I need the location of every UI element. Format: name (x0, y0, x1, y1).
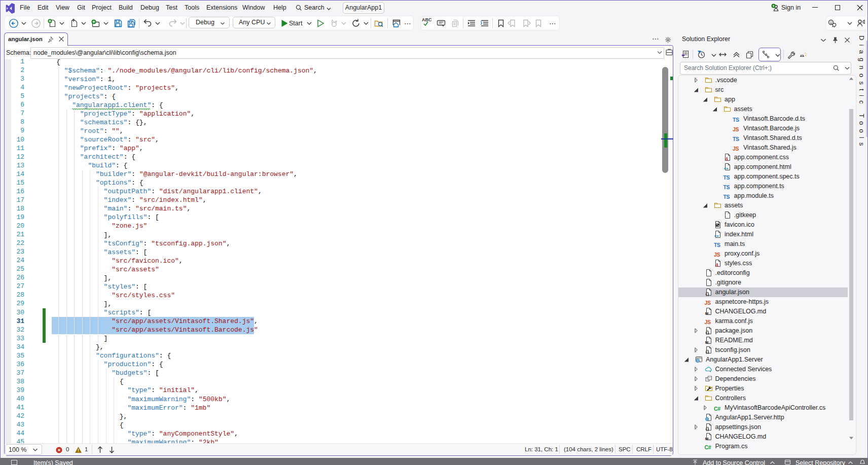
svg-text:«»: «» (714, 234, 719, 238)
svg-text:«»: «» (724, 166, 728, 171)
svg-text:{}: {} (705, 330, 709, 335)
svg-text:A: A (715, 263, 718, 267)
svg-text:{}: {} (705, 426, 709, 431)
svg-text:{}: {} (705, 349, 709, 354)
svg-text:M↓: M↓ (705, 340, 710, 344)
svg-text:M↓: M↓ (705, 437, 710, 441)
svg-text:M↓: M↓ (705, 311, 710, 315)
svg-text:A: A (725, 157, 728, 161)
svg-text:{}: {} (705, 292, 709, 296)
